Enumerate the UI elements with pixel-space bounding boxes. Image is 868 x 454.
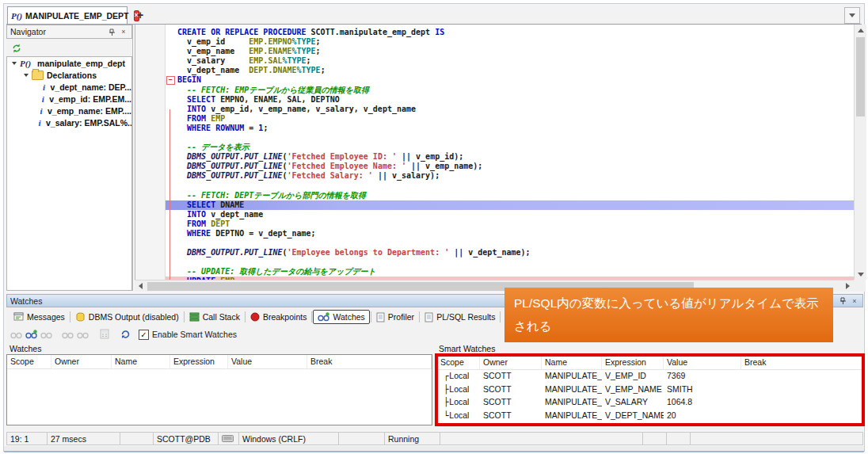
code-line[interactable]: 10 FROM EMP [135,114,854,124]
tree-item[interactable]: iv_emp_name: EMP.... [7,105,131,116]
code-line[interactable]: 26 -- UPDATE: 取得したデータの給与をアップデート [135,267,854,277]
pin-icon[interactable] [838,296,847,306]
code-line[interactable]: 18 -- FETCH: DEPTテーブルから部門の情報を取得 [135,191,854,200]
enable-smart-watches-checkbox[interactable]: ✓ [139,330,149,340]
code-line[interactable]: 7 -- FETCH: EMPテーブルから従業員の情報を取得 [135,86,854,95]
code-line[interactable]: 15 DBMS_OUTPUT.PUT_LINE('Fetched Employe… [135,162,854,171]
watch-smart-icon[interactable] [25,328,38,341]
column-header[interactable]: Owner [51,355,112,368]
code-line[interactable]: 5 v_dept_name DEPT.DNAME%TYPE; [135,66,854,75]
bottom-tab-call-stack[interactable]: Call Stack [185,311,244,323]
tab-label: Profiler [388,312,414,322]
scroll-up-icon[interactable] [855,25,866,36]
code-line[interactable]: 17 [135,181,854,191]
vertical-scroll-thumb[interactable] [856,37,865,116]
close-icon[interactable]: × [850,296,859,306]
bottom-tab-pl-sql-results[interactable]: PL/SQL Results [421,311,499,324]
tab-label: PL/SQL Results [436,312,495,322]
expander-icon[interactable] [10,59,17,67]
tree-item[interactable]: iv_emp_id: EMP.EM... [7,93,131,105]
code-line[interactable]: 12 [135,133,854,143]
column-header[interactable]: Name [542,356,602,369]
smart-watch-row[interactable]: └LocalSCOTTMANIPULATE_EMIV_DEPT_NAME20 [437,410,862,423]
tab-label: Breakpoints [263,312,306,322]
tree-item[interactable]: iv_salary: EMP.SAL%... [7,116,131,128]
column-header[interactable]: Scope [7,355,51,368]
smart-watches-table-header[interactable]: ScopeOwnerNameExpressionValueBreak [437,356,862,370]
code-line[interactable]: 9 INTO v_emp_id, v_emp_name, v_salary, v… [135,105,854,114]
tab-list-dropdown-button[interactable] [844,7,860,24]
smart-watch-row[interactable]: ├LocalSCOTTMANIPULATE_EMIV_SALARY1064.8 [437,396,862,410]
code-text: DBMS_OUTPUT.PUT_LINE('Fetched Employee N… [166,162,854,171]
tree-item[interactable]: iv_dept_name: DEP... [7,81,131,93]
refresh-watches-icon[interactable] [119,328,132,341]
bottom-tab-profiler[interactable]: Profiler [372,311,418,324]
pin-icon[interactable] [107,27,116,36]
code-line[interactable]: 16 DBMS_OUTPUT.PUT_LINE('Fetched Salary:… [135,171,854,181]
code-line[interactable]: 19 SELECT DNAME [135,200,854,210]
bottom-tab-breakpoints[interactable]: Breakpoints [246,311,310,323]
code-text: v_emp_id EMP.EMPNO%TYPE; [166,37,854,47]
code-line[interactable]: 8 SELECT EMPNO, ENAME, SAL, DEPTNO [135,95,854,105]
smart-watch-row[interactable]: ├LocalSCOTTMANIPULATE_EMIV_EMP_NAMESMITH [437,383,862,397]
smart-watches-table-label: Smart Watches [439,344,495,353]
watch-add-icon[interactable] [10,328,23,341]
watch-edit-icon[interactable] [40,328,53,341]
code-line[interactable]: 21 FROM DEPT [135,219,854,229]
code-line[interactable]: 23 [135,238,854,248]
name-cell: MANIPULATE_EMI [542,396,602,410]
code-line[interactable]: 24 DBMS_OUTPUT.PUT_LINE('Employee belong… [135,248,854,258]
code-line[interactable]: 14 DBMS_OUTPUT.PUT_LINE('Fetched Employe… [135,152,854,162]
code-editor[interactable]: 1CREATE OR REPLACE PROCEDURE SCOTT.manip… [135,25,854,280]
column-header[interactable]: Value [228,355,307,368]
code-line[interactable]: 6−BEGIN [135,75,854,85]
close-icon[interactable]: × [119,27,128,36]
column-header[interactable]: Break [741,356,862,369]
navigator-toolbar [6,39,132,58]
scroll-down-icon[interactable] [855,269,866,280]
new-tab-button[interactable]: + [133,8,147,22]
watch-copy-icon[interactable] [61,328,74,341]
scope-cell: ┌Local [437,370,480,383]
code-text: -- データを表示 [166,143,854,152]
column-header[interactable]: Scope [437,356,480,369]
tree-item[interactable]: Declarations [7,69,131,81]
scroll-right-icon[interactable] [842,280,854,292]
tree-item[interactable]: P()manipulate_emp_dept [7,57,131,69]
watches-table-header[interactable]: ScopeOwnerNameExpressionValueBreak [7,355,432,369]
code-line[interactable]: 4 v_salary EMP.SAL%TYPE; [135,56,854,66]
watch-delete-icon[interactable] [76,328,89,341]
refresh-icon[interactable] [10,42,23,55]
tab-separator [311,311,312,322]
document-tab[interactable]: P() MANIPULATE_EMP_DEPT × [7,6,128,24]
code-line[interactable]: 20 INTO v_dept_name [135,210,854,219]
code-line[interactable]: 13 -- データを表示 [135,143,854,152]
calculator-icon[interactable] [97,328,111,341]
fold-collapse-icon[interactable]: − [166,76,175,85]
column-header[interactable]: Name [112,355,170,368]
column-header[interactable]: Value [664,356,741,369]
code-line[interactable]: 22 WHERE DEPTNO = v_dept_name; [135,229,854,238]
scroll-left-icon[interactable] [135,280,147,292]
code-line[interactable]: 25 [135,258,854,267]
smart-watch-row[interactable]: ┌LocalSCOTTMANIPULATE_EMIV_EMP_ID7369 [437,370,862,383]
editor-gutter[interactable] [135,25,166,280]
column-header[interactable]: Expression [602,356,664,369]
code-line[interactable]: 1CREATE OR REPLACE PROCEDURE SCOTT.manip… [135,28,854,37]
code-line[interactable]: 3 v_emp_name EMP.ENAME%TYPE; [135,47,854,56]
column-header[interactable]: Owner [480,356,542,369]
navigator-panel: Navigator × P()manipulate_emp_deptDeclar… [6,25,133,291]
code-line[interactable]: 11 WHERE ROWNUM = 1; [135,124,854,133]
smart-watches-table[interactable]: ScopeOwnerNameExpressionValueBreak ┌Loca… [436,355,863,425]
column-header[interactable]: Expression [170,355,228,368]
expander-icon[interactable] [22,71,29,78]
bottom-tab-messages[interactable]: Messages [10,311,69,323]
column-header[interactable]: Break [307,355,432,368]
tab-label: Call Stack [203,312,240,322]
code-line[interactable]: 2 v_emp_id EMP.EMPNO%TYPE; [135,37,854,47]
editor-vertical-scrollbar[interactable] [854,25,866,280]
bottom-tab-watches[interactable]: Watches [313,310,369,324]
watches-table[interactable]: ScopeOwnerNameExpressionValueBreak [6,354,432,425]
bottom-tab-dbms-output-disabled-[interactable]: DBMS Output (disabled) [71,311,183,323]
code-text: DBMS_OUTPUT.PUT_LINE('Employee belongs t… [166,248,854,258]
